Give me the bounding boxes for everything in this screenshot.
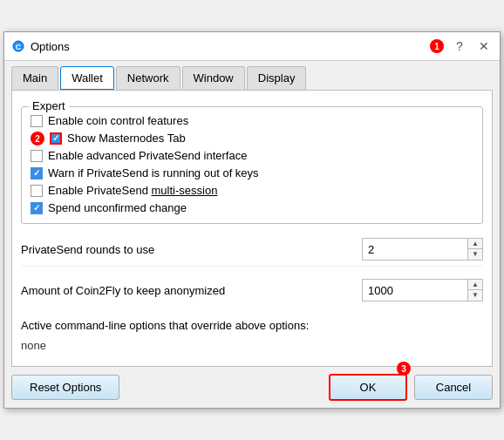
spinner-row-1: PrivateSend rounds to use ▲ ▼ xyxy=(21,233,483,267)
tab-main[interactable]: Main xyxy=(11,66,58,90)
checkbox-label-2: Show Masternodes Tab xyxy=(67,132,186,145)
tab-window[interactable]: Window xyxy=(182,66,245,90)
checkbox-3[interactable] xyxy=(31,150,43,162)
checkbox-row-2: 2 ✓ Show Masternodes Tab xyxy=(50,132,473,145)
spinner-up-1[interactable]: ▲ xyxy=(468,239,482,249)
spinner-down-1[interactable]: ▼ xyxy=(468,249,482,260)
annotation-3-label: 3 xyxy=(397,362,411,376)
spinner-control-2: ▲ ▼ xyxy=(362,279,483,301)
checkbox-row-3: Enable advanced PrivateSend interface xyxy=(31,149,473,162)
reset-button[interactable]: Reset Options xyxy=(11,375,119,400)
cancel-button[interactable]: Cancel xyxy=(414,375,493,400)
spinner-label-1: PrivateSend rounds to use xyxy=(21,243,362,256)
help-button[interactable]: ? xyxy=(451,37,468,55)
cmdline-section: Active command-line options that overrid… xyxy=(21,314,483,357)
spinner-input-1[interactable] xyxy=(363,240,467,259)
title-bar-left: C Options xyxy=(11,39,70,53)
checkbox-4[interactable]: ✓ xyxy=(31,167,43,179)
close-button[interactable]: ✕ xyxy=(475,37,493,55)
content-area: Expert Enable coin control features 2 ✓ … xyxy=(11,90,493,367)
checkbox-row-5: Enable PrivateSend multi-session xyxy=(31,184,473,197)
window-title: Options xyxy=(31,40,70,53)
ok-wrapper: 3 OK xyxy=(329,374,407,401)
spinner-input-2[interactable] xyxy=(363,281,467,300)
checkbox-1[interactable] xyxy=(31,115,43,127)
checkbox-label-1: Enable coin control features xyxy=(48,114,188,127)
spinner-buttons-1: ▲ ▼ xyxy=(467,239,482,260)
footer: Reset Options 3 OK Cancel xyxy=(4,367,500,408)
spinner-down-2[interactable]: ▼ xyxy=(468,290,482,301)
annotation-1-label: 1 xyxy=(430,39,444,53)
ok-button[interactable]: OK xyxy=(329,374,407,401)
spinner-label-2: Amount of Coin2Fly to keep anonymized xyxy=(21,284,362,297)
options-window: C Options 1 ? ✕ Main Wallet Network Wind… xyxy=(3,31,501,409)
checkbox-row-6: ✓ Spend unconfirmed change xyxy=(31,201,473,214)
checkbox-label-3: Enable advanced PrivateSend interface xyxy=(48,149,247,162)
spinner-buttons-2: ▲ ▼ xyxy=(467,280,482,301)
svg-text:C: C xyxy=(16,43,22,51)
tab-wallet-wrapper: Wallet xyxy=(60,66,114,90)
tabs-bar: Main Wallet Network Window Display xyxy=(4,61,500,90)
checkbox-6[interactable]: ✓ xyxy=(31,202,43,214)
spinner-row-2: Amount of Coin2Fly to keep anonymized ▲ … xyxy=(21,274,483,307)
spinner-control-1: ▲ ▼ xyxy=(362,238,483,261)
expert-group: Expert Enable coin control features 2 ✓ … xyxy=(21,106,483,224)
cmdline-title: Active command-line options that overrid… xyxy=(21,319,483,332)
checkbox-5[interactable] xyxy=(31,185,43,197)
checkmark-6: ✓ xyxy=(33,203,40,213)
checkbox-label-4: Warn if PrivateSend is running out of ke… xyxy=(48,166,259,179)
expert-group-label: Expert xyxy=(29,99,69,112)
checkmark-4: ✓ xyxy=(33,168,40,178)
checkbox-row-4: ✓ Warn if PrivateSend is running out of … xyxy=(31,166,473,179)
checkbox-2[interactable]: ✓ xyxy=(50,132,62,145)
title-bar-controls: 1 ? ✕ xyxy=(430,37,493,55)
tab-display[interactable]: Display xyxy=(247,66,307,90)
spinner-up-2[interactable]: ▲ xyxy=(468,280,482,290)
app-icon: C xyxy=(11,39,25,53)
checkbox-label-6: Spend unconfirmed change xyxy=(48,201,187,214)
title-bar: C Options 1 ? ✕ xyxy=(4,32,500,61)
tab-wallet[interactable]: Wallet xyxy=(60,66,114,90)
underline-text: multi-session xyxy=(152,184,218,197)
annotation-2-label: 2 xyxy=(31,132,44,146)
cmdline-value: none xyxy=(21,339,483,352)
checkbox-row-1: Enable coin control features xyxy=(31,114,473,127)
checkmark-2: ✓ xyxy=(52,133,59,143)
checkbox-label-5: Enable PrivateSend multi-session xyxy=(48,184,217,197)
tab-network[interactable]: Network xyxy=(116,66,180,90)
